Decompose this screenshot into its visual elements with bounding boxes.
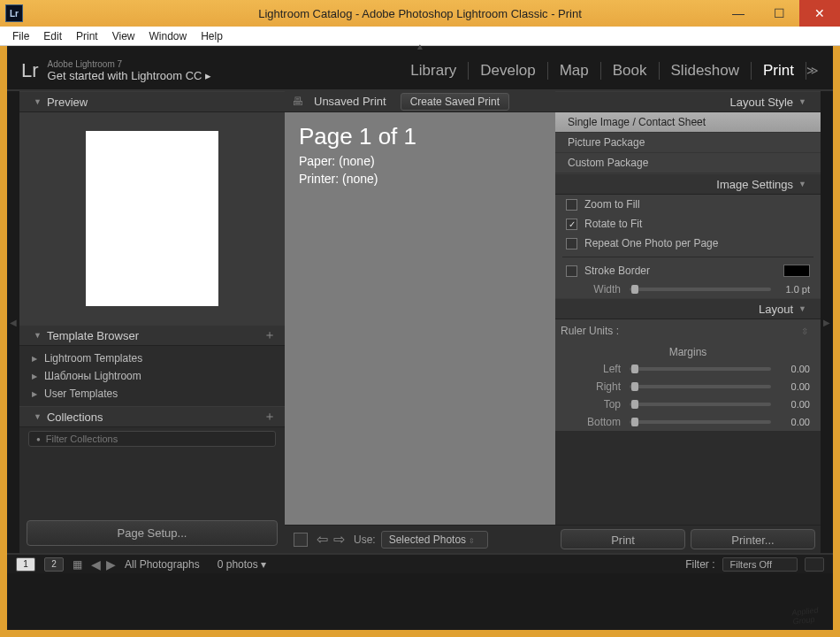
brand-version: Adobe Lightroom 7	[48, 59, 211, 69]
layout-style-body: Single Image / Contact Sheet Picture Pac…	[555, 112, 821, 173]
top-panel-grip[interactable]: ▲	[416, 42, 424, 51]
preview-panel-header[interactable]: ▼ Preview	[19, 91, 285, 112]
layout-style-option[interactable]: Custom Package	[555, 153, 821, 173]
margin-right-slider[interactable]	[630, 385, 771, 388]
repeat-one-label: Repeat One Photo per Page	[584, 237, 718, 249]
stroke-color-swatch[interactable]	[783, 265, 810, 277]
preview-body	[19, 112, 285, 325]
use-selector[interactable]: Selected Photos ⇳	[381, 531, 489, 549]
menu-window[interactable]: Window	[142, 28, 195, 44]
second-window-button[interactable]: 2	[44, 557, 64, 572]
rotate-to-fit-label: Rotate to Fit	[584, 218, 642, 230]
filmstrip-next-button[interactable]: ▶	[106, 557, 116, 572]
template-folder[interactable]: Lightroom Templates	[19, 349, 285, 367]
window-minimize-button[interactable]: —	[718, 0, 759, 27]
app-icon: Lr	[5, 4, 23, 22]
brand-block: Lr Adobe Lightroom 7 Get started with Li…	[21, 59, 211, 82]
module-slideshow[interactable]: Slideshow	[660, 62, 752, 80]
disclosure-triangle-icon: ▼	[798, 304, 806, 313]
zoom-to-fill-checkbox[interactable]	[566, 199, 577, 211]
filmstrip-toolbar: 1 2 ▦ ◀ ▶ All Photographs 0 photos ▾ Fil…	[7, 554, 833, 573]
filter-lock-button[interactable]	[805, 557, 824, 572]
image-settings-header[interactable]: Image Settings ▼	[555, 173, 821, 195]
page-indicator: Page 1 of 1	[299, 123, 541, 150]
layout-style-header[interactable]: Layout Style ▼	[555, 91, 821, 112]
module-book[interactable]: Book	[601, 62, 660, 80]
window-close-button[interactable]: ✕	[799, 0, 840, 27]
window-title: Lightroom Catalog - Adobe Photoshop Ligh…	[0, 7, 840, 20]
brand-tagline[interactable]: Get started with Lightroom CC ▸	[48, 69, 211, 82]
next-page-button[interactable]: ⇨	[333, 531, 345, 548]
module-map[interactable]: Map	[548, 62, 601, 80]
disclosure-triangle-icon: ▼	[34, 412, 42, 421]
main-window-button[interactable]: 1	[16, 557, 35, 572]
print-canvas: Page 1 of 1 Paper: (none) Printer: (none…	[285, 112, 555, 525]
margin-bottom-slider[interactable]	[630, 420, 771, 424]
print-icon: 🖶	[292, 95, 303, 108]
stroke-border-label: Stroke Border	[584, 265, 650, 277]
layout-style-title: Layout Style	[730, 96, 794, 109]
module-print[interactable]: Print	[752, 62, 806, 80]
menu-view[interactable]: View	[105, 28, 142, 44]
module-develop[interactable]: Develop	[469, 62, 547, 80]
window-maximize-button[interactable]: ☐	[759, 0, 799, 27]
layout-style-option[interactable]: Picture Package	[555, 133, 821, 153]
margin-left-slider[interactable]	[630, 367, 771, 371]
layout-style-option[interactable]: Single Image / Contact Sheet	[555, 112, 821, 133]
layout-title: Layout	[759, 303, 793, 316]
module-library[interactable]: Library	[399, 62, 469, 80]
preview-title: Preview	[47, 96, 88, 109]
margin-top-slider[interactable]	[630, 403, 771, 406]
layout-body: Ruler Units : Margins Left 0.00 Right 0.…	[555, 319, 821, 431]
disclosure-triangle-icon: ▼	[34, 97, 42, 106]
rotate-to-fit-checkbox[interactable]: ✓	[566, 219, 577, 230]
right-footer: Print Printer...	[555, 525, 821, 553]
margin-left-value[interactable]: 0.00	[780, 364, 810, 374]
margin-bottom-value[interactable]: 0.00	[780, 417, 810, 427]
filter-selector[interactable]: Filters Off	[722, 557, 798, 572]
stroke-width-slider[interactable]	[630, 288, 771, 291]
stroke-border-checkbox[interactable]	[566, 265, 577, 277]
template-folder[interactable]: Шаблоны Lightroom	[19, 367, 285, 385]
layout-header[interactable]: Layout ▼	[555, 298, 821, 319]
margin-top-value[interactable]: 0.00	[780, 399, 810, 410]
filmstrip-count[interactable]: 0 photos ▾	[218, 558, 266, 571]
watermark: AppliedGroup	[791, 605, 820, 625]
margin-right-value[interactable]: 0.00	[780, 381, 810, 392]
create-saved-print-button[interactable]: Create Saved Print	[401, 93, 509, 111]
zoom-to-fill-label: Zoom to Fill	[584, 198, 640, 211]
left-panel-grip[interactable]: ◀	[7, 91, 19, 553]
margin-bottom-label: Bottom	[582, 416, 621, 428]
right-panel-grip[interactable]: ▶	[821, 91, 833, 553]
template-tree: Lightroom Templates Шаблоны Lightroom Us…	[19, 346, 285, 406]
collections-header[interactable]: ▼ Collections ＋	[19, 406, 285, 427]
filter-collections-input[interactable]: Filter Collections	[28, 431, 276, 447]
filter-label: Filter :	[685, 558, 714, 571]
page-setup-button[interactable]: Page Setup...	[27, 520, 278, 546]
prev-page-button[interactable]: ⇦	[317, 531, 328, 548]
center-toolbar: 🖶 Unsaved Print Create Saved Print	[285, 91, 555, 112]
page-setup-row: Page Setup...	[19, 513, 285, 553]
add-template-button[interactable]: ＋	[263, 327, 276, 343]
filmstrip-source[interactable]: All Photographs	[125, 558, 200, 571]
disclosure-triangle-icon: ▼	[798, 97, 806, 106]
repeat-one-checkbox[interactable]	[566, 238, 577, 249]
stroke-width-value[interactable]: 1.0 pt	[780, 284, 810, 295]
module-picker: Library Develop Map Book Slideshow Print…	[399, 62, 819, 80]
print-button[interactable]: Print	[561, 529, 685, 549]
menu-edit[interactable]: Edit	[36, 28, 69, 44]
grid-icon[interactable]: ▦	[73, 558, 82, 571]
margin-left-label: Left	[582, 363, 621, 375]
menu-print[interactable]: Print	[69, 28, 105, 44]
template-browser-header[interactable]: ▼ Template Browser ＋	[19, 325, 285, 346]
printer-button[interactable]: Printer...	[691, 529, 815, 549]
add-collection-button[interactable]: ＋	[263, 409, 276, 425]
menu-help[interactable]: Help	[194, 28, 230, 44]
filter-collections-placeholder: Filter Collections	[46, 434, 118, 444]
selection-checkbox[interactable]	[294, 533, 308, 547]
image-settings-body: Zoom to Fill ✓ Rotate to Fit Repeat One …	[555, 195, 821, 298]
menu-file[interactable]: File	[5, 28, 36, 44]
module-overflow-icon[interactable]: ≫	[806, 64, 819, 77]
template-folder[interactable]: User Templates	[19, 385, 285, 403]
filmstrip-prev-button[interactable]: ◀	[91, 557, 101, 572]
